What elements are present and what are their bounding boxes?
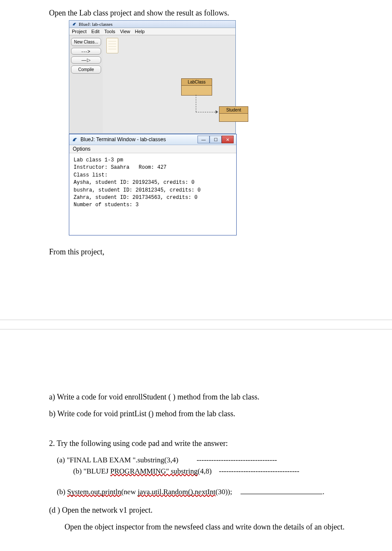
q2a-label: (a): [57, 456, 67, 464]
bluej-title: BlueJ: lab-classes: [79, 22, 113, 27]
bluej-main-window: BlueJ: lab-classes Project Edit Tools Vi…: [69, 20, 236, 134]
minimize-button[interactable]: —: [198, 136, 210, 143]
terminal-titlebar: BlueJ: Terminal Window - lab-classes — ☐…: [69, 134, 236, 145]
answer-dashes: ---------------------------------: [197, 456, 277, 464]
bluej-icon: [72, 136, 78, 142]
answer-dashes: ---------------------------------: [219, 467, 299, 475]
bluej-titlebar: BlueJ: lab-classes: [69, 21, 235, 28]
labclass-box[interactable]: LabClass: [181, 78, 212, 96]
q2b-label: (b): [57, 488, 67, 496]
dependency-line: [196, 112, 217, 112]
inherit-arrow-button[interactable]: —▷: [71, 56, 101, 64]
readme-icon[interactable]: [106, 38, 118, 53]
student-name: Student: [219, 107, 248, 114]
intro-text: Open the Lab class project and show the …: [49, 9, 375, 18]
question-2d-detail: Open the object inspector from the newsf…: [65, 523, 375, 532]
menu-tools[interactable]: Tools: [104, 29, 115, 34]
new-class-button[interactable]: New Class...: [71, 38, 101, 46]
menu-edit[interactable]: Edit: [91, 29, 99, 34]
question-2b: (b) System.out.println(new java.util.Ran…: [57, 488, 375, 496]
question-a: a) Write a code for void enrollStudent (…: [49, 393, 375, 402]
question-b: b) Write code for void printList () meho…: [49, 409, 375, 418]
compile-button[interactable]: Compile: [71, 65, 101, 74]
dependency-line: [196, 95, 196, 112]
terminal-options-menu[interactable]: Options: [69, 145, 236, 153]
q2b-sq1: System.out.println: [67, 488, 121, 496]
q2a-text: "FINAL LAB EXAM ".substring(3,4): [67, 456, 178, 464]
q2b-mid: (new: [121, 488, 138, 496]
menu-help[interactable]: Help: [135, 29, 145, 34]
window-controls: — ☐ ✕: [198, 136, 234, 143]
terminal-output: Lab class 1-3 pm Instructor: Saahra Room…: [69, 153, 236, 235]
question-2a: (a) "FINAL LAB EXAM ".substring(3,4) ---…: [57, 456, 375, 464]
dependency-arrowhead: [216, 110, 218, 114]
q2ab-label: (b): [73, 467, 83, 475]
q2ab-prefix: "BLUEJ: [83, 467, 110, 475]
from-this-project: From this project,: [49, 248, 375, 257]
terminal-window: BlueJ: Terminal Window - lab-classes — ☐…: [69, 134, 237, 235]
question-2-intro: 2. Try the following using code pad and …: [49, 439, 375, 448]
bluej-menubar[interactable]: Project Edit Tools View Help: [69, 28, 235, 35]
uses-arrow-button[interactable]: --->: [71, 48, 101, 55]
bluej-sidebar: New Class... ---> —▷ Compile: [69, 35, 103, 133]
menu-project[interactable]: Project: [72, 29, 86, 34]
terminal-title: BlueJ: Terminal Window - lab-classes: [80, 136, 166, 142]
q2ab-squiggle: PROGRAMMING" substring: [110, 467, 198, 475]
maximize-button[interactable]: ☐: [210, 136, 222, 143]
close-button[interactable]: ✕: [222, 136, 234, 143]
bluej-icon: [72, 22, 77, 27]
labclass-name: LabClass: [182, 79, 212, 86]
question-2a-b: (b) "BLUEJ PROGRAMMING" substring(4,8) -…: [73, 467, 375, 476]
answer-blank: [241, 494, 322, 494]
q2b-sq2: java.util.Random().nextInt: [138, 488, 216, 496]
page-break: [0, 317, 392, 332]
class-diagram-canvas[interactable]: LabClass Student: [103, 35, 235, 133]
student-box[interactable]: Student: [219, 106, 248, 122]
q2ab-suffix: (4,8): [198, 467, 212, 475]
q2b-end: (30));: [216, 488, 232, 496]
question-2d: (d ) Open the network v1 project.: [49, 506, 375, 515]
menu-view[interactable]: View: [120, 29, 130, 34]
